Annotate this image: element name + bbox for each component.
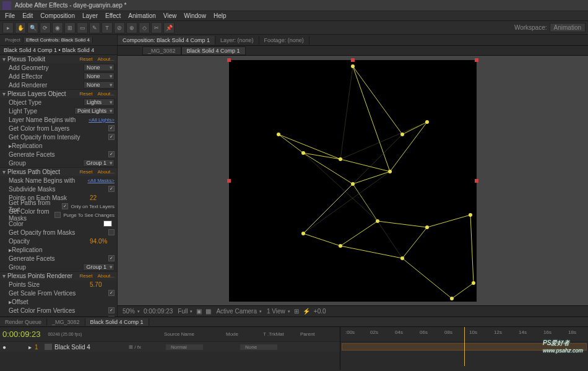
points-size-val[interactable]: 5.70 [90, 281, 115, 288]
plexus-toolkit-header[interactable]: ▾ Plexus Toolkit Reset About... [0, 55, 117, 63]
comp-subtab-1[interactable]: _MG_3082 [142, 46, 181, 55]
layer-row[interactable]: ● ▸ 1 Black Solid 4 ⊞ / fx Normal None [0, 342, 340, 352]
pixel-aspect-icon[interactable]: ⊞ [294, 308, 299, 315]
opacity-intensity-check[interactable] [108, 134, 115, 140]
puppet-tool[interactable]: 📌 [163, 22, 175, 33]
tl-tab-mg[interactable]: _MG_3082 [47, 318, 85, 326]
resolution-dd[interactable]: Full [176, 308, 192, 315]
collapse-icon[interactable]: ▾ [2, 56, 7, 63]
reset-button[interactable]: Reset [80, 169, 93, 175]
reset-button[interactable]: Reset [80, 273, 93, 279]
menu-effect[interactable]: Effect [102, 12, 124, 19]
collapse-icon[interactable]: ▾ [2, 168, 7, 175]
layer-num: 1 [35, 344, 45, 351]
light-type-dd[interactable]: Point Lights [74, 107, 115, 115]
scale-vertices-check[interactable] [108, 290, 115, 296]
all-masks-link[interactable]: <All Masks> [87, 178, 115, 183]
color-swatch[interactable] [103, 220, 112, 227]
layer-tab[interactable]: Layer: (none) [215, 36, 259, 45]
all-lights-link[interactable]: <All Lights> [89, 117, 115, 123]
eraser-tool[interactable]: ◇ [139, 22, 150, 33]
zoom-dd[interactable]: 50% [121, 308, 140, 315]
hand-tool[interactable]: ✋ [15, 22, 26, 33]
layer-name[interactable]: Black Solid 4 [54, 344, 129, 351]
group-dd[interactable]: Group 1 [83, 159, 115, 167]
add-geometry-dd[interactable]: None [84, 64, 115, 71]
menu-file[interactable]: File [1, 12, 19, 19]
mode-dd[interactable]: Normal [166, 344, 203, 350]
menu-layer[interactable]: Layer [79, 12, 102, 19]
fast-preview-icon[interactable]: ⚡ [303, 308, 310, 315]
time-display[interactable]: 0:00:09:23 [144, 308, 173, 315]
layer-switches[interactable]: ⊞ / fx [129, 344, 166, 350]
rotate-tool[interactable]: ⟳ [40, 22, 51, 33]
expand-icon[interactable]: ▸ [28, 344, 35, 351]
comp-tab[interactable]: Composition: Black Solid 4 Comp 1 [118, 36, 215, 45]
effect-controls-tab[interactable]: Effect Controls: Black Solid 4 [24, 37, 93, 43]
footage-tab[interactable]: Footage: (none) [259, 36, 309, 45]
camera-tool[interactable]: ◉ [52, 22, 63, 33]
opacity-masks-check[interactable] [108, 229, 115, 235]
reset-button[interactable]: Reset [80, 56, 93, 62]
points-renderer-header[interactable]: ▾ Plexus Points Renderer Reset About... [0, 272, 117, 280]
exposure-val[interactable]: +0.0 [314, 308, 326, 315]
selection-tool[interactable]: ▸ [2, 22, 14, 33]
object-type-dd[interactable]: Lights [84, 98, 115, 106]
about-button[interactable]: About... [97, 273, 115, 279]
panel-breadcrumb: Black Solid 4 Comp 1 • Black Solid 4 [0, 46, 117, 55]
stamp-tool[interactable]: ⊕ [126, 22, 137, 33]
about-button[interactable]: About... [97, 91, 115, 97]
add-effector-dd[interactable]: None [84, 72, 115, 80]
layers-object-header[interactable]: ▾ Plexus Layers Object Reset About... [0, 90, 117, 98]
svg-point-7 [351, 182, 355, 186]
opacity-vertices-check[interactable] [108, 316, 115, 316]
roto-tool[interactable]: ✂ [151, 22, 162, 33]
collapse-icon[interactable]: ▾ [2, 90, 7, 97]
tl-tab-render[interactable]: Render Queue [0, 318, 47, 326]
menu-animation[interactable]: Animation [124, 12, 159, 19]
menu-window[interactable]: Window [180, 12, 210, 19]
opacity-val[interactable]: 94.0% [90, 238, 115, 245]
gen-facets-check[interactable] [108, 255, 115, 261]
reset-button[interactable]: Reset [80, 91, 93, 97]
about-button[interactable]: About... [97, 56, 115, 62]
brush-tool[interactable]: ⊘ [114, 22, 125, 33]
transparency-icon[interactable]: ▦ [205, 308, 211, 315]
add-renderer-dd[interactable]: None [84, 81, 115, 89]
tl-tab-comp[interactable]: Black Solid 4 Comp 1 [85, 318, 149, 326]
about-button[interactable]: About... [97, 169, 115, 175]
color-masks-check[interactable] [54, 212, 61, 218]
svg-point-13 [469, 213, 472, 217]
pen-tool[interactable]: ✎ [89, 22, 100, 33]
group-dd[interactable]: Group 1 [83, 263, 115, 271]
color-layers-check[interactable] [108, 125, 115, 131]
region-icon[interactable]: ▣ [196, 308, 202, 315]
comp-subtab-2[interactable]: Black Solid 4 Comp 1 [181, 46, 246, 55]
workspace-dropdown[interactable]: Animation [550, 23, 586, 32]
paths-text-check[interactable] [62, 203, 68, 209]
menu-edit[interactable]: Edit [19, 12, 37, 19]
playhead[interactable] [464, 327, 465, 366]
menu-composition[interactable]: Composition [37, 12, 79, 19]
shape-tool[interactable]: ▭ [77, 22, 88, 33]
comp-viewer[interactable] [118, 56, 588, 305]
menu-help[interactable]: Help [210, 12, 230, 19]
ruler-tick: 18s [568, 330, 576, 335]
eye-icon[interactable]: ● [2, 344, 11, 351]
gen-facets-check[interactable] [108, 151, 115, 157]
project-tab[interactable]: Project [2, 37, 24, 43]
timecode[interactable]: 0:00:09:23 [2, 330, 40, 339]
menu-view[interactable]: View [160, 12, 181, 19]
comp-canvas[interactable] [229, 60, 477, 302]
color-vertices-check[interactable] [108, 307, 115, 313]
parent-dd[interactable]: None [240, 344, 277, 350]
subdivide-check[interactable] [108, 186, 115, 192]
points-mask-val[interactable]: 22 [90, 194, 115, 201]
views-dd[interactable]: 1 View [266, 308, 290, 315]
text-tool[interactable]: T [102, 22, 113, 33]
camera-dd[interactable]: Active Camera [215, 308, 262, 315]
panbehind-tool[interactable]: ⊞ [64, 22, 76, 33]
collapse-icon[interactable]: ▾ [2, 273, 7, 279]
path-object-header[interactable]: ▾ Plexus Path Object Reset About... [0, 168, 117, 176]
zoom-tool[interactable]: 🔍 [27, 22, 38, 33]
